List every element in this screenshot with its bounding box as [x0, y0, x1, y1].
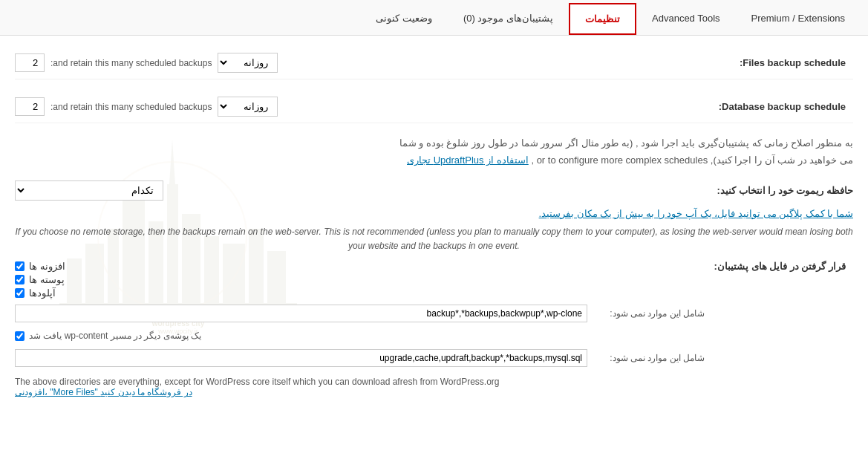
files-backup-section: روزانه هفتگی ماهانه غیرفعال :and retain … — [15, 47, 853, 79]
files-include-row: افزونه ها پوسته ها آپلودها شامل این موار… — [15, 261, 853, 371]
remote-storage-dropdown[interactable]: تکدام FTP Dropbox Google Drive Amazon S3 — [15, 180, 163, 201]
checkbox-addons[interactable] — [15, 261, 25, 271]
exclude-row-2: شامل این موارد نمی شود: — [15, 349, 705, 367]
exclude-label-2: شامل این موارد نمی شود: — [593, 353, 705, 363]
content-area: wordpress city www.wpcity.ir روزانه هفتگ… — [0, 36, 868, 409]
exclude-label-1: شامل این موارد نمی شود: — [593, 308, 705, 319]
remote-storage-label: حافظه ریموت خود را انتخاب کنید: — [717, 185, 853, 196]
files-backup-retain-text: :and retain this many scheduled backups — [50, 58, 212, 68]
files-backup-dropdown[interactable]: روزانه هفتگی ماهانه غیرفعال — [218, 53, 278, 73]
info-block: به منظور اصلاح زمانی که پشتیبان‌گیری بای… — [15, 134, 853, 169]
checkbox-row-uploads: آپلودها — [15, 287, 705, 299]
remote-storage-row: تکدام FTP Dropbox Google Drive Amazon S3… — [15, 180, 853, 201]
notice-text: If you choose no remote storage, then th… — [15, 225, 853, 253]
bottom-note: The above directories are everything, ex… — [15, 377, 853, 397]
sub-checkbox-label: یک پوشه‌ی دیگر در مسیر wp-content یافت ش… — [29, 331, 201, 341]
exclude-row-1: شامل این موارد نمی شود: — [15, 305, 705, 322]
checkbox-themes-label: پوسته ها — [29, 274, 65, 285]
sub-checkbox[interactable] — [15, 331, 25, 341]
checkbox-uploads-label: آپلودها — [29, 287, 56, 299]
tab-premium-extensions[interactable]: Premium / Extensions — [736, 3, 861, 35]
info-line2: می خواهید در شب آن را اجرا کنید), or to … — [531, 154, 853, 166]
files-checkboxes: افزونه ها پوسته ها آپلودها شامل این موار… — [15, 261, 705, 371]
tab-existing-backups[interactable]: پشتیبان‌های موجود (0) — [448, 3, 569, 35]
checkbox-addons-label: افزونه ها — [29, 261, 65, 272]
more-files-link[interactable]: افزودنی، "More Files" در فروشگاه ما دیدن… — [15, 387, 192, 397]
tabs-bar: وضعیت کنونی پشتیبان‌های موجود (0) تنظیما… — [0, 0, 868, 36]
updraftplus-link[interactable]: استفاده از UpdraftPlus تجاری — [407, 154, 529, 166]
files-backup-retain-input[interactable] — [15, 53, 45, 72]
plugin-link[interactable]: شما با کمک پلاگین می توانید فایل، یک آپ … — [15, 208, 853, 219]
remote-storage-controls: تکدام FTP Dropbox Google Drive Amazon S3 — [15, 180, 163, 201]
checkbox-uploads[interactable] — [15, 288, 25, 298]
files-include-section: افزونه ها پوسته ها آپلودها شامل این موار… — [15, 261, 853, 371]
database-backup-dropdown[interactable]: روزانه هفتگی ماهانه غیرفعال — [218, 97, 278, 117]
database-backup-section: روزانه هفتگی ماهانه غیرفعال :and retain … — [15, 91, 853, 123]
checkbox-themes[interactable] — [15, 275, 25, 284]
database-backup-retain-input[interactable] — [15, 97, 45, 116]
sub-checkbox-row: یک پوشه‌ی دیگر در مسیر wp-content یافت ش… — [15, 331, 705, 341]
files-backup-label: Files backup schedule: — [705, 57, 853, 68]
exclude-input-2[interactable] — [15, 349, 587, 367]
files-backup-controls: روزانه هفتگی ماهانه غیرفعال :and retain … — [15, 53, 278, 73]
tab-advanced-tools[interactable]: Advanced Tools — [636, 3, 736, 35]
tab-settings[interactable]: تنظیمات — [569, 3, 636, 35]
database-backup-controls: روزانه هفتگی ماهانه غیرفعال :and retain … — [15, 97, 278, 117]
database-backup-label: Database backup schedule: — [705, 101, 853, 112]
info-line1: به منظور اصلاح زمانی که پشتیبان‌گیری بای… — [399, 137, 853, 149]
exclude-input-1[interactable] — [15, 305, 587, 322]
database-backup-retain-text: :and retain this many scheduled backups — [50, 102, 212, 112]
checkbox-row-addons: افزونه ها — [15, 261, 705, 272]
bottom-note-text: The above directories are everything, ex… — [15, 377, 500, 387]
checkbox-row-themes: پوسته ها — [15, 274, 705, 285]
tab-current-status[interactable]: وضعیت کنونی — [360, 3, 448, 35]
files-include-label: قرار گرفتن در فایل های پشتیبان: — [705, 261, 853, 272]
page-wrapper: وضعیت کنونی پشتیبان‌های موجود (0) تنظیما… — [0, 0, 868, 462]
